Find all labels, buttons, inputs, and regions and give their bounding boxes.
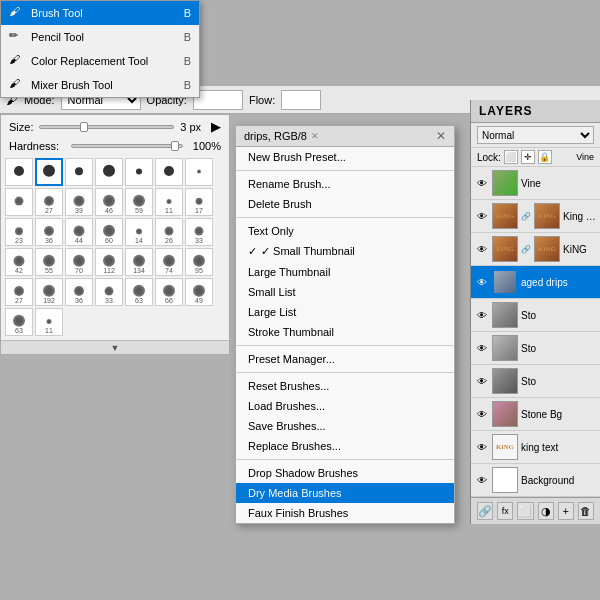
menu-item-save-brushes---[interactable]: Save Brushes... xyxy=(236,416,454,436)
layer-row[interactable]: 👁Sto xyxy=(471,332,600,365)
pencil-tool-item[interactable]: ✏ Pencil Tool B xyxy=(1,25,199,49)
lock-position-btn[interactable]: ✛ xyxy=(521,150,535,164)
layer-row[interactable]: 👁Sto xyxy=(471,299,600,332)
brush-item[interactable]: 11 xyxy=(155,188,183,216)
brush-item[interactable] xyxy=(5,158,33,186)
mask-btn[interactable]: ⬜ xyxy=(517,502,533,520)
brush-item[interactable] xyxy=(35,158,63,186)
size-slider[interactable] xyxy=(39,125,174,129)
brush-item[interactable]: 192 xyxy=(35,278,63,306)
layers-mode-select[interactable]: Normal xyxy=(477,126,594,144)
lock-pixel-btn[interactable]: ⬜ xyxy=(504,150,518,164)
context-close-btn[interactable]: ✕ xyxy=(436,129,446,143)
layer-visibility-toggle[interactable]: 👁 xyxy=(475,308,489,322)
brush-item[interactable] xyxy=(65,158,93,186)
brush-item[interactable]: 17 xyxy=(185,188,213,216)
brush-item[interactable]: 112 xyxy=(95,248,123,276)
expand-icon[interactable]: ▶ xyxy=(211,119,221,134)
brush-item[interactable]: 26 xyxy=(155,218,183,246)
menu-item-stroke-thumbnail[interactable]: Stroke Thumbnail xyxy=(236,322,454,342)
brush-item[interactable]: 23 xyxy=(5,218,33,246)
flow-input[interactable]: 100% xyxy=(281,90,321,110)
menu-item-small-list[interactable]: Small List xyxy=(236,282,454,302)
brush-item[interactable]: 55 xyxy=(35,248,63,276)
menu-item-delete-brush[interactable]: Delete Brush xyxy=(236,194,454,214)
menu-item-load-brushes---[interactable]: Load Brushes... xyxy=(236,396,454,416)
mixer-brush-tool-item[interactable]: 🖌 Mixer Brush Tool B xyxy=(1,73,199,97)
scroll-down-btn[interactable]: ▼ xyxy=(1,340,229,354)
link-layers-btn[interactable]: 🔗 xyxy=(477,502,493,520)
brush-item[interactable]: 11 xyxy=(35,308,63,336)
layer-visibility-toggle[interactable]: 👁 xyxy=(475,242,489,256)
layer-row[interactable]: 👁KiNG🔗KiNGKing Text Sha xyxy=(471,200,600,233)
layer-visibility-toggle[interactable]: 👁 xyxy=(475,473,489,487)
brush-item[interactable] xyxy=(95,158,123,186)
brush-item[interactable]: 95 xyxy=(185,248,213,276)
brush-item[interactable]: 63 xyxy=(125,278,153,306)
brush-item[interactable]: 33 xyxy=(185,218,213,246)
layer-row[interactable]: 👁Sto xyxy=(471,365,600,398)
fx-btn[interactable]: fx xyxy=(497,502,513,520)
layer-row[interactable]: 👁aged drips xyxy=(471,266,600,299)
menu-item-text-only[interactable]: Text Only xyxy=(236,221,454,241)
brush-item[interactable]: 36 xyxy=(35,218,63,246)
brush-item[interactable]: 36 xyxy=(65,278,93,306)
brush-item[interactable]: 27 xyxy=(5,278,33,306)
brush-item[interactable]: 66 xyxy=(155,278,183,306)
brush-panel: Size: 3 px ▶ Hardness: 100% 273946591117… xyxy=(0,114,230,355)
brush-item[interactable] xyxy=(125,158,153,186)
layer-row[interactable]: 👁Background xyxy=(471,464,600,497)
brush-item[interactable]: 44 xyxy=(65,218,93,246)
menu-item-reset-brushes---[interactable]: Reset Brushes... xyxy=(236,376,454,396)
brush-item[interactable]: 42 xyxy=(5,248,33,276)
menu-item-faux-finish-brushes[interactable]: Faux Finish Brushes xyxy=(236,503,454,523)
brush-tool-item[interactable]: 🖌 Brush Tool B xyxy=(1,1,199,25)
brush-item[interactable]: 134 xyxy=(125,248,153,276)
lock-extra: Vine xyxy=(576,152,594,162)
menu-item-large-list[interactable]: Large List xyxy=(236,302,454,322)
layer-visibility-toggle[interactable]: 👁 xyxy=(475,440,489,454)
layer-visibility-toggle[interactable]: 👁 xyxy=(475,176,489,190)
menu-item-drop-shadow-brushes[interactable]: Drop Shadow Brushes xyxy=(236,463,454,483)
menu-item-new-brush-preset---[interactable]: New Brush Preset... xyxy=(236,147,454,167)
opacity-input[interactable]: 100% xyxy=(193,90,243,110)
brush-item[interactable] xyxy=(5,188,33,216)
menu-item-preset-manager---[interactable]: Preset Manager... xyxy=(236,349,454,369)
brush-item[interactable]: 59 xyxy=(125,188,153,216)
delete-layer-btn[interactable]: 🗑 xyxy=(578,502,594,520)
layer-row[interactable]: 👁KiNG🔗KiNGKiNG xyxy=(471,233,600,266)
layer-visibility-toggle[interactable]: 👁 xyxy=(475,209,489,223)
brush-item[interactable]: 60 xyxy=(95,218,123,246)
brush-item[interactable]: 33 xyxy=(95,278,123,306)
hardness-slider[interactable] xyxy=(71,144,183,148)
brush-item[interactable]: 49 xyxy=(185,278,213,306)
brush-item[interactable] xyxy=(185,158,213,186)
size-value: 3 px xyxy=(180,121,201,133)
layer-row[interactable]: 👁Vine xyxy=(471,167,600,200)
color-replacement-tool-item[interactable]: 🖌 Color Replacement Tool B xyxy=(1,49,199,73)
layer-visibility-toggle[interactable]: 👁 xyxy=(475,374,489,388)
menu-item-rename-brush---[interactable]: Rename Brush... xyxy=(236,174,454,194)
brush-item[interactable]: 14 xyxy=(125,218,153,246)
brush-item[interactable]: 39 xyxy=(65,188,93,216)
brush-item[interactable]: 63 xyxy=(5,308,33,336)
layer-row[interactable]: 👁KiNGking text xyxy=(471,431,600,464)
layer-visibility-toggle[interactable]: 👁 xyxy=(475,407,489,421)
brush-item[interactable]: 27 xyxy=(35,188,63,216)
brush-item[interactable]: 74 xyxy=(155,248,183,276)
brush-item[interactable]: 46 xyxy=(95,188,123,216)
brush-item[interactable] xyxy=(155,158,183,186)
layer-row[interactable]: 👁Stone Bg xyxy=(471,398,600,431)
layer-visibility-toggle[interactable]: 👁 xyxy=(475,275,489,289)
menu-item-replace-brushes---[interactable]: Replace Brushes... xyxy=(236,436,454,456)
new-layer-btn[interactable]: + xyxy=(558,502,574,520)
menu-item-small-thumbnail[interactable]: ✓ Small Thumbnail xyxy=(236,241,454,262)
lock-all-btn[interactable]: 🔒 xyxy=(538,150,552,164)
chain-icon: 🔗 xyxy=(521,245,531,254)
menu-item-dry-media-brushes[interactable]: Dry Media Brushes xyxy=(236,483,454,503)
menu-item-large-thumbnail[interactable]: Large Thumbnail xyxy=(236,262,454,282)
lock-label: Lock: xyxy=(477,152,501,163)
adjustment-btn[interactable]: ◑ xyxy=(538,502,554,520)
layer-visibility-toggle[interactable]: 👁 xyxy=(475,341,489,355)
brush-item[interactable]: 70 xyxy=(65,248,93,276)
